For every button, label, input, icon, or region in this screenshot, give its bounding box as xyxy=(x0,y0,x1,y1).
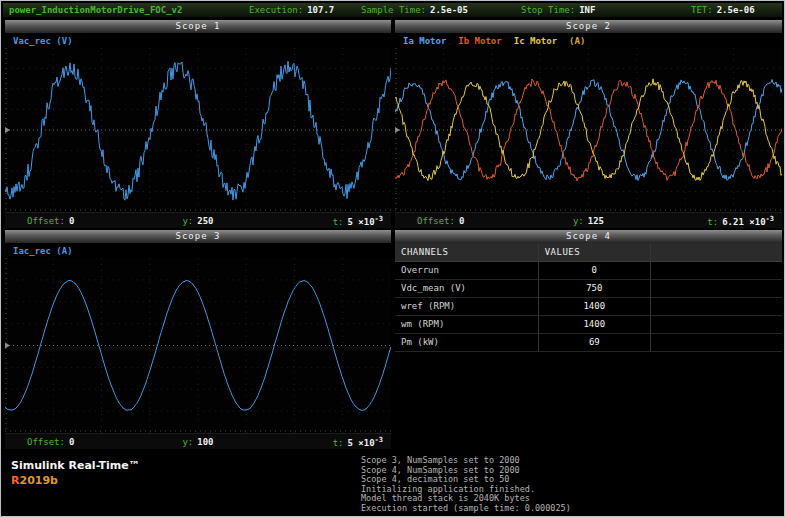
stop-time-stat: Stop Time:INF xyxy=(521,5,595,15)
tet-label: TET: xyxy=(691,5,713,15)
scope3-waveform xyxy=(5,258,391,433)
value-cell: 69 xyxy=(538,333,650,351)
table-row: Pm (kW)69 xyxy=(395,333,782,351)
brand-title: Simulink Real-Time™ xyxy=(11,459,140,472)
signal-label: Ib Motor xyxy=(458,36,501,46)
filler-cell xyxy=(650,279,782,297)
scope-2-offset: Offset:0 xyxy=(395,216,573,226)
scope-1-status-row: Offset:0 y:250 t:5 ×10-3 xyxy=(5,212,391,228)
table-row: Vdc_mean (V)750 xyxy=(395,279,782,297)
model-name: power_InductionMotorDrive_FOC_v2 xyxy=(9,5,182,15)
scope-1-title: Scope 1 xyxy=(5,20,391,33)
scope2-waveform xyxy=(395,48,782,212)
scope-1-signal-labels: Vac_rec (V) xyxy=(5,33,391,48)
scope-3-panel: Scope 3 Iac_rec (A) Offset:0 y:100 t:5 ×… xyxy=(5,230,391,449)
scope-3-yscale: y:100 xyxy=(182,437,213,447)
scope-4-table-body: Overrun0Vdc_mean (V)750wref (RPM)1400wm … xyxy=(395,261,782,351)
filler-cell xyxy=(650,297,782,315)
channels-column-header: CHANNELS xyxy=(395,243,538,261)
scope-1-tscale: t:5 ×10-3 xyxy=(214,215,391,227)
axis-marker-icon xyxy=(395,127,400,133)
tet-value: 2.5e-06 xyxy=(717,5,755,15)
release-label: R2019b xyxy=(11,474,58,487)
execution-stat: Execution:107.7 xyxy=(249,5,334,15)
scope-4-title: Scope 4 xyxy=(395,230,782,243)
value-cell: 1400 xyxy=(538,297,650,315)
scope-2-yscale: y:125 xyxy=(573,216,604,226)
filler-cell xyxy=(650,261,782,279)
signal-label: Ic Motor xyxy=(514,36,557,46)
channel-cell: wm (RPM) xyxy=(395,315,538,333)
signal-label: (A) xyxy=(569,36,585,46)
scope-3-offset: Offset:0 xyxy=(5,437,182,447)
execution-label: Execution: xyxy=(249,5,303,15)
signal-label: Iac_rec (A) xyxy=(13,246,73,256)
scope-2-signal-labels: Ia MotorIb MotorIc Motor(A) xyxy=(395,33,782,48)
table-row: Overrun0 xyxy=(395,261,782,279)
scope-4-table: CHANNELS VALUES Overrun0Vdc_mean (V)750w… xyxy=(395,243,782,352)
scope-3-tscale: t:5 ×10-3 xyxy=(214,436,391,448)
trace-vac-rec xyxy=(5,61,391,200)
log-line: Execution started (sample time: 0.000025… xyxy=(361,504,571,514)
table-header-row: CHANNELS VALUES xyxy=(395,243,782,261)
axis-marker-icon xyxy=(5,127,10,133)
scope-2-title: Scope 2 xyxy=(395,20,782,33)
scope-1-yscale: y:250 xyxy=(182,216,213,226)
table-row: wref (RPM)1400 xyxy=(395,297,782,315)
value-cell: 1400 xyxy=(538,315,650,333)
signal-label: Vac_rec (V) xyxy=(13,36,73,46)
value-cell: 750 xyxy=(538,279,650,297)
scope-3-signal-labels: Iac_rec (A) xyxy=(5,243,391,258)
axis-marker-icon xyxy=(5,343,10,349)
sample-time-label: Sample Time: xyxy=(361,5,426,15)
scope-2-panel: Scope 2 Ia MotorIb MotorIc Motor(A) Offs… xyxy=(395,20,782,228)
scope-2-status-row: Offset:0 y:125 t:6.21 ×10-3 xyxy=(395,212,782,228)
status-bar: power_InductionMotorDrive_FOC_v2 Executi… xyxy=(3,3,782,17)
table-row: wm (RPM)1400 xyxy=(395,315,782,333)
value-cell: 0 xyxy=(538,261,650,279)
values-column-header: VALUES xyxy=(538,243,650,261)
stop-time-value: INF xyxy=(579,5,595,15)
scope1-waveform xyxy=(5,48,391,212)
signal-label: Ia Motor xyxy=(403,36,446,46)
scope-3-plot xyxy=(5,258,391,433)
tet-stat: TET:2.5e-06 xyxy=(691,5,755,15)
channel-cell: Pm (kW) xyxy=(395,333,538,351)
scope-1-plot xyxy=(5,48,391,212)
simulink-rt-target-screen: power_InductionMotorDrive_FOC_v2 Executi… xyxy=(0,0,785,517)
sample-time-stat: Sample Time:2.5e-05 xyxy=(361,5,468,15)
channel-cell: Overrun xyxy=(395,261,538,279)
scope-2-plot xyxy=(395,48,782,212)
filler-column-header xyxy=(650,243,782,261)
scope-3-title: Scope 3 xyxy=(5,230,391,243)
sample-time-value: 2.5e-05 xyxy=(430,5,468,15)
channel-cell: wref (RPM) xyxy=(395,297,538,315)
scope-1-offset: Offset:0 xyxy=(5,216,182,226)
scope-4-panel: Scope 4 CHANNELS VALUES Overrun0Vdc_mean… xyxy=(395,230,782,449)
execution-value: 107.7 xyxy=(307,5,334,15)
scope-2-tscale: t:6.21 ×10-3 xyxy=(604,215,782,227)
stop-time-label: Stop Time: xyxy=(521,5,575,15)
filler-cell xyxy=(650,315,782,333)
footer: Simulink Real-Time™ R2019b Scope 3, NumS… xyxy=(3,453,782,515)
scope-3-status-row: Offset:0 y:100 t:5 ×10-3 xyxy=(5,433,391,449)
scope-1-panel: Scope 1 Vac_rec (V) Offset:0 y:250 t:5 ×… xyxy=(5,20,391,228)
filler-cell xyxy=(650,333,782,351)
channel-cell: Vdc_mean (V) xyxy=(395,279,538,297)
boot-log: Scope 3, NumSamples set to 2000Scope 4, … xyxy=(361,456,571,514)
